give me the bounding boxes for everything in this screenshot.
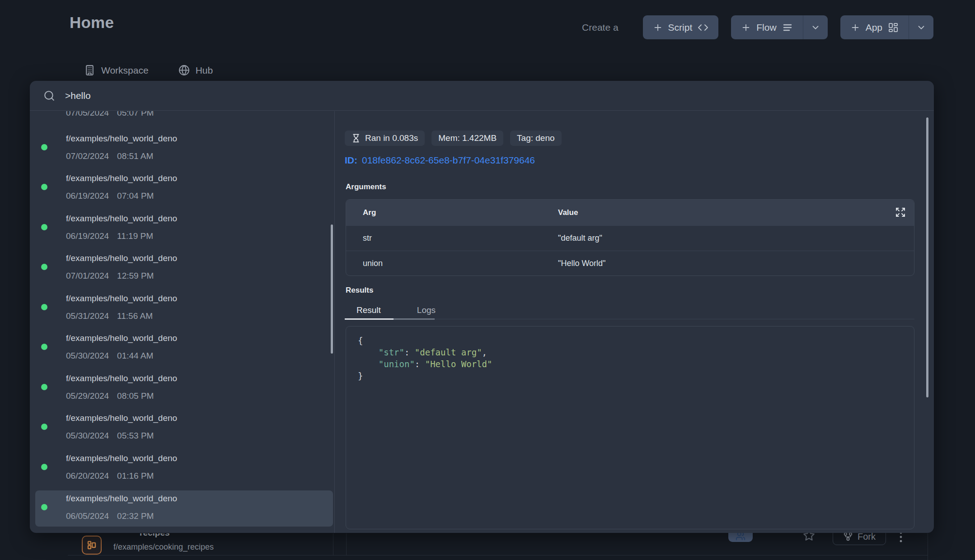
run-path: f/examples/hello_world_deno: [66, 333, 177, 343]
search-icon: [43, 90, 55, 102]
success-status-dot: [41, 384, 47, 390]
workspace-hub-tabs: Workspace Hub: [84, 65, 213, 76]
building-icon: [84, 65, 95, 76]
run-path: f/examples/hello_world_deno: [66, 134, 177, 144]
argument-row: str "default arg": [346, 225, 914, 251]
page-title: Home: [70, 14, 114, 32]
tab-hub[interactable]: Hub: [178, 65, 213, 76]
success-status-dot: [41, 144, 47, 150]
search-input[interactable]: [65, 90, 698, 101]
list-scrollbar-thumb[interactable]: [331, 224, 333, 354]
column-divider: [928, 533, 928, 560]
run-list-item[interactable]: f/examples/hello_world_deno 05/29/202408…: [35, 370, 333, 406]
run-list-item[interactable]: f/examples/hello_world_deno 07/01/202412…: [35, 250, 333, 286]
plus-icon: [741, 23, 751, 33]
run-timestamp: 05/29/202408:05 PM: [66, 391, 154, 401]
success-status-dot: [41, 224, 47, 230]
layout-grid-icon: [888, 22, 899, 33]
globe-icon: [178, 65, 190, 76]
success-status-dot: [41, 184, 47, 190]
run-list-item[interactable]: f/examples/hello_world_deno 06/20/202401…: [35, 450, 333, 486]
run-id-link[interactable]: 018fe862-8c62-65e8-b7f7-04e31f379646: [362, 155, 535, 165]
run-timestamp: 06/19/202407:04 PM: [66, 191, 154, 201]
run-list-item[interactable]: f/examples/hello_world_deno 06/19/202407…: [35, 170, 333, 206]
code-icon: [698, 22, 708, 33]
create-flow-label: Flow: [756, 22, 776, 33]
create-a-label: Create a: [582, 22, 619, 33]
hourglass-icon: [352, 134, 361, 143]
tab-workspace-label: Workspace: [101, 65, 149, 76]
run-path: f/examples/hello_world_deno: [66, 453, 177, 463]
run-id-row: ID:018fe862-8c62-65e8-b7f7-04e31f379646: [345, 155, 535, 166]
run-path: f/examples/hello_world_deno: [66, 173, 177, 183]
tab-logs[interactable]: Logs: [417, 305, 436, 315]
argument-row: union "Hello World": [346, 251, 914, 276]
create-app-group: App: [840, 15, 933, 39]
duration-badge: Ran in 0.083s: [345, 131, 425, 146]
memory-badge-label: Mem: 1.422MB: [438, 133, 497, 143]
clipped-row-title: recipes: [140, 533, 189, 539]
chevron-down-icon: [811, 23, 820, 33]
palette-body: 07/05/202405:07 PM f/examples/hello_worl…: [30, 111, 934, 533]
success-status-dot: [41, 304, 47, 310]
run-timestamp: 05/30/202401:44 AM: [66, 351, 153, 361]
row-divider: [68, 555, 928, 555]
result-json-code: { "str": "default arg", "union": "Hello …: [358, 335, 902, 382]
run-path: f/examples/hello_world_deno: [66, 494, 177, 504]
column-divider: [346, 533, 347, 555]
result-json-viewer: { "str": "default arg", "union": "Hello …: [346, 326, 914, 529]
run-path: f/examples/hello_world_deno: [66, 214, 177, 224]
create-flow-button[interactable]: Flow: [731, 15, 802, 39]
tab-workspace[interactable]: Workspace: [84, 65, 149, 76]
memory-badge: Mem: 1.422MB: [431, 131, 503, 146]
inactive-tab-underline: [394, 318, 435, 320]
arguments-label: Arguments: [346, 182, 386, 191]
create-toolbar: Create a Script Flow: [582, 15, 933, 39]
run-timestamp: 07/01/202412:59 PM: [66, 271, 154, 281]
app-dropdown-button[interactable]: [909, 15, 933, 39]
tab-hub-label: Hub: [196, 65, 213, 76]
tab-result[interactable]: Result: [356, 305, 381, 315]
arguments-table: Arg Value str "default arg" union "Hello…: [346, 199, 914, 276]
success-status-dot: [41, 424, 47, 430]
background-row-path[interactable]: f/examples/cooking_recipes: [113, 542, 214, 552]
argument-value: "default arg": [558, 233, 602, 243]
tag-badge-label: Tag: deno: [517, 133, 554, 143]
duration-badge-label: Ran in 0.083s: [365, 133, 418, 143]
argument-name: union: [346, 259, 558, 268]
arguments-table-header: Arg Value: [346, 200, 914, 225]
run-list-item[interactable]: f/examples/hello_world_deno 07/02/202408…: [35, 131, 333, 167]
run-list-item[interactable]: f/examples/hello_world_deno 06/19/202411…: [35, 210, 333, 247]
details-scrollbar-thumb[interactable]: [926, 117, 928, 397]
app-dashboard-icon: [82, 536, 102, 555]
active-tab-underline: [345, 318, 394, 320]
success-status-dot: [41, 464, 47, 470]
create-app-label: App: [866, 22, 882, 33]
list-details-divider: [334, 111, 335, 533]
command-palette-modal: 07/05/202405:07 PM f/examples/hello_worl…: [30, 81, 934, 533]
run-path: f/examples/hello_world_deno: [66, 413, 177, 423]
run-list-item[interactable]: f/examples/hello_world_deno 05/30/202405…: [35, 410, 333, 446]
run-timestamp: 06/20/202401:16 PM: [66, 471, 154, 481]
run-path: f/examples/hello_world_deno: [66, 253, 177, 263]
run-list-item[interactable]: f/examples/hello_world_deno 05/31/202411…: [35, 290, 333, 327]
expand-icon[interactable]: [895, 206, 908, 219]
results-label: Results: [346, 286, 373, 295]
flow-dropdown-button[interactable]: [803, 15, 828, 39]
run-timestamp: 05/30/202405:53 PM: [66, 431, 154, 441]
run-path: f/examples/hello_world_deno: [66, 294, 177, 303]
plus-icon: [653, 23, 663, 33]
run-list-item-selected[interactable]: f/examples/hello_world_deno 06/05/202402…: [35, 490, 333, 527]
tag-badge: Tag: deno: [510, 131, 561, 146]
create-app-button[interactable]: App: [840, 15, 909, 39]
palette-search-bar: [30, 81, 934, 111]
value-column-header: Value: [558, 208, 578, 217]
column-divider: [333, 533, 333, 555]
run-timestamp: 06/05/202402:32 PM: [66, 511, 154, 521]
run-list-item[interactable]: f/examples/hello_world_deno 05/30/202401…: [35, 330, 333, 366]
run-list-item-partial[interactable]: 07/05/202405:07 PM: [66, 111, 154, 119]
git-fork-icon: [843, 532, 853, 541]
create-script-button[interactable]: Script: [643, 15, 719, 39]
run-id-label: ID:: [345, 155, 357, 165]
tabs-hairline: [435, 319, 914, 319]
